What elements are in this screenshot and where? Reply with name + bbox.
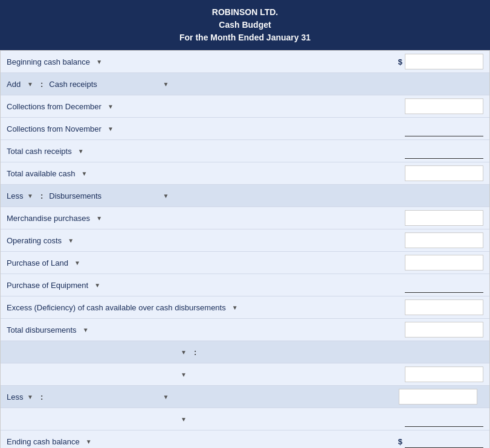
company-name: ROBINSON LTD. (0, 6, 490, 19)
merchandise-purchases-label: Merchandise purchases (7, 214, 90, 223)
less-colon: : (40, 191, 43, 200)
blank-input-1[interactable] (405, 366, 483, 382)
blank-section-row-1: ▼ : (1, 341, 489, 363)
beginning-cash-balance-label: Beginning cash balance (7, 57, 90, 66)
total-available-cash-row: Total available cash ▼ (1, 162, 489, 185)
total-disbursements-select[interactable] (79, 325, 90, 334)
purchase-equipment-select[interactable] (91, 281, 102, 290)
collections-november-label: Collections from November (7, 124, 102, 133)
less-disbursements-row: Less Add ▼ : Disbursements ▼ (1, 185, 489, 207)
operating-costs-input[interactable] (405, 232, 483, 248)
total-cash-receipts-input[interactable] (405, 143, 483, 159)
ending-cash-balance-label: Ending cash balance (7, 437, 80, 446)
blank-select-3[interactable] (7, 415, 176, 424)
blank-row-2: ▼ (1, 408, 489, 430)
bs1-arrow-icon: ▼ (181, 349, 187, 356)
total-available-cash-select[interactable] (77, 169, 88, 178)
collections-december-row: Collections from December ▼ (1, 95, 489, 118)
purchase-land-label: Purchase of Land (7, 258, 68, 267)
excess-deficiency-input[interactable] (405, 299, 483, 315)
report-subtitle: For the Month Ended January 31 (0, 31, 490, 44)
br2-arrow-icon: ▼ (181, 416, 187, 423)
report-header: ROBINSON LTD. Cash Budget For the Month … (0, 0, 490, 50)
total-disbursements-label: Total disbursements (7, 325, 77, 334)
total-disbursements-row: Total disbursements ▼ (1, 319, 489, 341)
operating-costs-row: Operating costs ▼ (1, 229, 489, 252)
purchase-land-input[interactable] (405, 255, 483, 270)
ending-cash-balance-input[interactable] (405, 434, 483, 448)
less-blank-category-select[interactable] (49, 392, 170, 402)
less-blank-section-row: Less Add ▼ : ▼ (1, 386, 489, 408)
beginning-cash-balance-select-wrapper[interactable]: ▼ (92, 57, 103, 66)
report-title: Cash Budget (0, 19, 490, 31)
less-blank-select[interactable]: Less Add (7, 392, 34, 402)
blank-row-1: ▼ (1, 363, 489, 386)
collections-december-label: Collections from December (7, 102, 102, 111)
purchase-land-select[interactable] (71, 258, 82, 267)
excess-deficiency-select[interactable] (228, 303, 239, 312)
br1-arrow-icon: ▼ (181, 371, 187, 378)
blank-section-select-1[interactable] (7, 348, 176, 357)
merchandise-purchases-row: Merchandise purchases ▼ (1, 207, 489, 229)
total-available-cash-label: Total available cash (7, 169, 75, 178)
total-cash-receipts-label: Total cash receipts (7, 147, 72, 156)
add-colon: : (40, 80, 43, 89)
excess-deficiency-row: Excess (Deficiency) of cash available ov… (1, 296, 489, 319)
total-available-cash-input[interactable] (405, 165, 483, 181)
total-cash-receipts-row: Total cash receipts ▼ (1, 140, 489, 162)
cash-receipts-select[interactable]: Cash receipts (49, 80, 170, 89)
collections-december-select[interactable] (104, 102, 115, 111)
blank-select-2[interactable] (7, 370, 176, 379)
purchase-equipment-input[interactable] (405, 277, 483, 293)
blank-colon-1: : (194, 348, 196, 357)
beginning-dollar-icon: $ (398, 57, 402, 66)
collections-november-row: Collections from November ▼ (1, 118, 489, 140)
ending-cash-balance-select[interactable] (82, 437, 93, 446)
merchandise-purchases-input[interactable] (405, 210, 483, 226)
beginning-cash-balance-select[interactable] (92, 57, 103, 66)
collections-november-select[interactable] (104, 124, 115, 133)
blank-input-2[interactable] (405, 411, 483, 427)
purchase-equipment-row: Purchase of Equipment ▼ (1, 274, 489, 296)
ending-dollar-icon: $ (398, 437, 402, 446)
less-select[interactable]: Less Add (7, 191, 34, 200)
collections-december-input[interactable] (405, 98, 483, 114)
disbursements-select[interactable]: Disbursements (49, 191, 170, 200)
total-cash-receipts-select[interactable] (74, 147, 85, 156)
operating-costs-select[interactable] (64, 236, 75, 245)
less-blank-input[interactable] (399, 389, 477, 405)
total-disbursements-input[interactable] (405, 322, 483, 338)
add-select[interactable]: Add Less (7, 80, 34, 89)
purchase-land-row: Purchase of Land ▼ (1, 252, 489, 274)
beginning-cash-balance-row: Beginning cash balance ▼ $ (1, 51, 489, 73)
merchandise-purchases-select[interactable] (92, 214, 103, 223)
purchase-equipment-label: Purchase of Equipment (7, 281, 88, 290)
excess-deficiency-label: Excess (Deficiency) of cash available ov… (7, 303, 226, 312)
less-blank-colon: : (40, 392, 43, 402)
operating-costs-label: Operating costs (7, 236, 62, 245)
ending-cash-balance-row: Ending cash balance ▼ $ (1, 430, 489, 448)
budget-table: Beginning cash balance ▼ $ Add Less ▼ : … (0, 50, 490, 448)
add-cash-receipts-row: Add Less ▼ : Cash receipts ▼ (1, 73, 489, 95)
beginning-cash-balance-input[interactable] (405, 54, 483, 69)
collections-november-input[interactable] (405, 121, 483, 136)
